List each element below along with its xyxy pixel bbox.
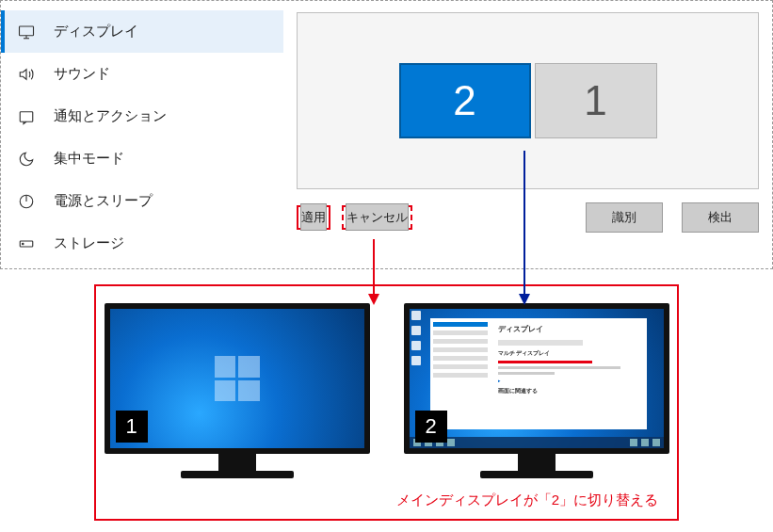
svg-marker-10 [368,294,379,305]
annotation-arrows [0,0,773,530]
svg-marker-12 [519,294,530,305]
